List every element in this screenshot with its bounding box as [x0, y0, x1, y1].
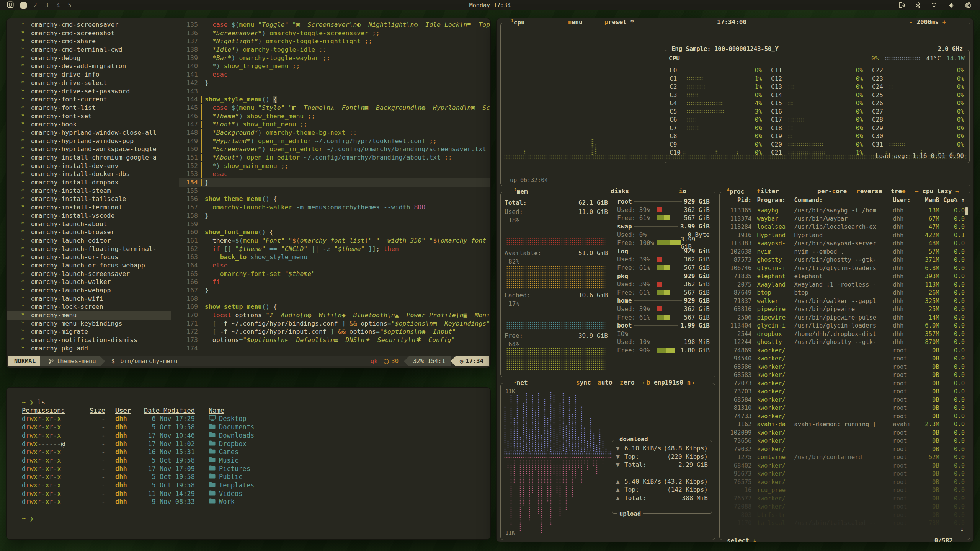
- code-line[interactable]: 142}: [179, 79, 490, 87]
- process-row[interactable]: 74869kworker/root0B0.0: [720, 347, 965, 355]
- code-line[interactable]: 140 *) show_trigger_menu ;;: [179, 62, 490, 70]
- process-row[interactable]: 113284localsea/usr/lib/localsearch-exdhh…: [720, 223, 965, 231]
- workspace-5[interactable]: 5: [64, 2, 75, 9]
- workspace-1-active[interactable]: [20, 2, 27, 9]
- file-item[interactable]: *omarchy-menu: [7, 311, 171, 320]
- tree-button[interactable]: tree: [889, 187, 908, 195]
- file-item[interactable]: *omarchy-hook: [7, 120, 171, 129]
- process-row[interactable]: 113383swayosd-/usr/bin/swayosd-serverdhh…: [720, 240, 965, 248]
- process-row[interactable]: 2544dropbox/home/dhh/.dropbox-distdhh357…: [720, 330, 965, 339]
- file-item[interactable]: *omarchy-debug: [7, 54, 171, 62]
- terminal-cursor[interactable]: [38, 515, 41, 522]
- prompt-line-current[interactable]: ~❯: [22, 515, 483, 523]
- directory-name[interactable]: Public: [195, 473, 242, 481]
- directory-name[interactable]: Templates: [195, 481, 254, 490]
- code-line[interactable]: 151 *About*) open_in_editor ~/.config/om…: [179, 153, 490, 162]
- code-line[interactable]: 169show_setup_menu() {: [179, 303, 490, 311]
- workspace-2[interactable]: 2: [29, 2, 41, 9]
- process-row[interactable]: 12244ghostty/usr/bin/ghostty --gtk-dhh87…: [720, 338, 965, 347]
- process-row[interactable]: 1916HyprlandHyprlanddhh422M0.1: [720, 231, 965, 240]
- code-line[interactable]: 158}: [179, 212, 490, 220]
- directory-name[interactable]: Desktop: [195, 415, 247, 423]
- file-item[interactable]: *omarchy-launch-or-focus: [7, 253, 171, 261]
- process-list[interactable]: 113365swaybg/usr/bin/swaybg -i /homdhh13…: [720, 207, 965, 528]
- file-item[interactable]: *omarchy-notification-dismiss: [7, 336, 171, 344]
- select-button[interactable]: select ↓: [725, 537, 758, 542]
- process-row[interactable]: 87649btopbtopdhh26M0.0: [720, 289, 965, 297]
- process-row[interactable]: 106746glycin-i/usr/lib/glycin-loadersdhh…: [720, 264, 965, 273]
- code-line[interactable]: 136 *Screensaver*) omarchy-toggle-screen…: [179, 29, 490, 37]
- file-item[interactable]: *omarchy-pkg-add: [7, 344, 171, 353]
- code-line[interactable]: 173 options="$options\n▸ Defaults\n▦ DNS…: [179, 336, 490, 344]
- code-line[interactable]: 165 omarchy-font-set "$theme": [179, 270, 490, 278]
- code-line[interactable]: 135 case $(menu "Toggle" "▣ Screensaver\…: [179, 21, 490, 29]
- process-row[interactable]: 68583kworker/root0B0.0: [720, 371, 965, 380]
- code-line[interactable]: 138 *Idle*) omarchy-toggle-idle ;;: [179, 46, 490, 54]
- process-row[interactable]: 81310kworker/root0B0.0: [720, 404, 965, 412]
- directory-name[interactable]: Downloads: [195, 432, 254, 440]
- code-line[interactable]: 161 theme=$(menu "Font" "$(omarchy-font-…: [179, 236, 490, 245]
- process-row[interactable]: 63816pipewire/usr/bin/pipewiredhh25M0.0: [720, 305, 965, 314]
- code-line[interactable]: 159: [179, 220, 490, 228]
- process-row[interactable]: 68584kworker/root0B0.0: [720, 396, 965, 404]
- code-line[interactable]: 168: [179, 295, 490, 303]
- code-line[interactable]: 143: [179, 87, 490, 96]
- filter-button[interactable]: filter: [755, 187, 781, 195]
- file-item[interactable]: *omarchy-install-vscode: [7, 212, 171, 220]
- file-item[interactable]: *omarchy-launch-webapp: [7, 286, 171, 295]
- process-row[interactable]: 113374waybar/usr/bin/waybardhh67M0.0: [720, 215, 965, 223]
- process-row[interactable]: 2075XwaylandXwayland :1 -rootless -dhh11…: [720, 281, 965, 289]
- file-item[interactable]: *omarchy-lock-screen: [7, 303, 171, 311]
- code-line[interactable]: 150 *Screensaver*) open_in_editor ~/.con…: [179, 145, 490, 153]
- wifi-icon[interactable]: [930, 2, 938, 8]
- process-row[interactable]: 72073kworker/root0B0.0: [720, 380, 965, 388]
- file-item[interactable]: *omarchy-launch-about: [7, 220, 171, 228]
- directory-name[interactable]: Videos: [195, 490, 242, 498]
- scroll-down-arrow[interactable]: ↓: [960, 525, 964, 533]
- code-line[interactable]: 149 *Hyprland*) open_in_editor ~/.config…: [179, 137, 490, 145]
- code-line[interactable]: 153 esac: [179, 170, 490, 178]
- file-item[interactable]: *omarchy-drive-select: [7, 79, 171, 87]
- code-line[interactable]: 146 *Theme*) show_theme_menu ;;: [179, 112, 490, 121]
- code-line[interactable]: 137 *Nightlight*) omarchy-toggle-nightli…: [179, 37, 490, 46]
- file-item[interactable]: *omarchy-launch-browser: [7, 228, 171, 236]
- process-row[interactable]: 102638nvimnvim --embed .dhh57M0.0: [720, 248, 965, 256]
- interface-switcher[interactable]: ←b enp191s0 n→: [641, 379, 696, 386]
- process-row[interactable]: 1170tailscal/usr/sbin/tailscaled --root7…: [720, 519, 965, 528]
- process-row[interactable]: 113404glycin-i/usr/lib/glycin-loadersdhh…: [720, 322, 965, 330]
- code-line[interactable]: 174: [179, 344, 490, 353]
- bluetooth-icon[interactable]: [916, 2, 920, 9]
- code-line[interactable]: 163 back_to show_style_menu: [179, 253, 490, 261]
- file-item[interactable]: *omarchy-drive-set-password: [7, 87, 171, 96]
- file-item[interactable]: *omarchy-launch-floating-terminal-: [7, 245, 171, 253]
- code-line[interactable]: 171 [ -f ~/.config/hypr/bindings.conf ] …: [179, 320, 490, 328]
- code-line[interactable]: 147 *Font*) show_font_menu ;;: [179, 120, 490, 129]
- code-line[interactable]: 157 omarchy-launch-walker -m menus:omarc…: [179, 203, 490, 212]
- workspace-3[interactable]: 3: [41, 2, 52, 9]
- disks-box-title[interactable]: disks: [609, 187, 631, 195]
- file-item[interactable]: *omarchy-launch-editor: [7, 236, 171, 245]
- directory-name[interactable]: Work: [195, 498, 235, 506]
- process-row[interactable]: 803btrfs-trroot0B0.0: [720, 511, 965, 520]
- preset-button[interactable]: preset *: [603, 18, 636, 26]
- code-line[interactable]: 162 if [[ "$theme" == "CNCLD" || -z "$th…: [179, 245, 490, 253]
- terminal-window[interactable]: ~❯lsPermissionsSizeUserDate ModifiedName…: [6, 387, 491, 540]
- file-item[interactable]: *omarchy-launch-or-focus-webapp: [7, 261, 171, 270]
- file-item[interactable]: *omarchy-cmd-share: [7, 37, 171, 46]
- file-item[interactable]: *omarchy-launch-walker: [7, 278, 171, 286]
- process-row[interactable]: 72088kworker/root0B0.0: [720, 503, 965, 511]
- file-item[interactable]: *omarchy-dev-add-migration: [7, 62, 171, 70]
- process-row[interactable]: 102099kworker/root0B0.0: [720, 429, 965, 437]
- process-row[interactable]: 76577kworker/root0B0.0: [720, 495, 965, 503]
- file-item[interactable]: *omarchy-font-current: [7, 95, 171, 104]
- code-line[interactable]: 164 else: [179, 261, 490, 270]
- code-line[interactable]: 172 [ -f ~/.config/hypr/input.conf ] && …: [179, 328, 490, 336]
- process-row[interactable]: 71837walker/usr/bin/walker --gappldhh325…: [720, 297, 965, 306]
- file-item[interactable]: *omarchy-menu-keybindings: [7, 320, 171, 328]
- code-line[interactable]: 160show_font_menu() {: [179, 228, 490, 236]
- process-row[interactable]: 95673kworker/root0B0.0: [720, 470, 965, 478]
- process-row[interactable]: 73656kworker/root0B0.0: [720, 437, 965, 445]
- reverse-button[interactable]: reverse: [854, 187, 884, 195]
- volume-icon[interactable]: [948, 2, 955, 8]
- code-line[interactable]: 167}: [179, 286, 490, 295]
